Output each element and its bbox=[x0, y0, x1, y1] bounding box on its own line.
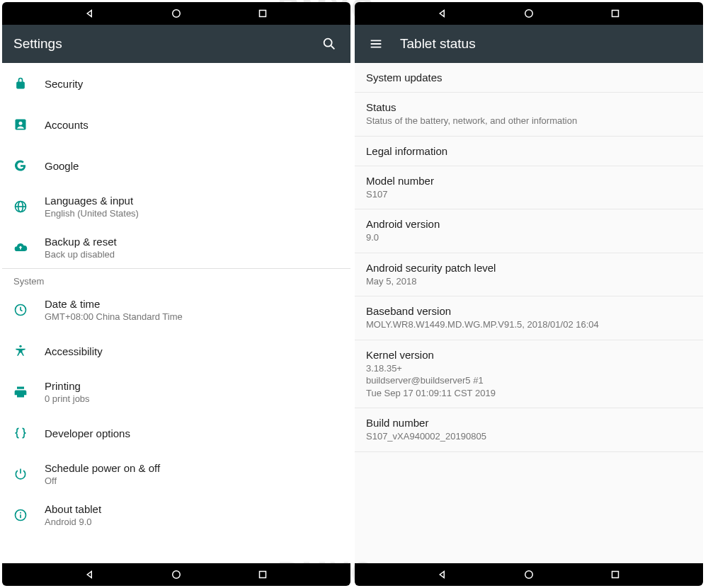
clock-icon bbox=[13, 303, 45, 317]
row-primary: Schedule power on & off bbox=[45, 462, 339, 474]
info-secondary: 9.0 bbox=[366, 231, 692, 244]
settings-row-languages-input[interactable]: Languages & inputEnglish (United States) bbox=[2, 186, 350, 227]
svg-point-21 bbox=[525, 571, 533, 579]
braces-icon bbox=[13, 426, 45, 440]
svg-rect-17 bbox=[612, 11, 619, 17]
status-list: System updatesStatusStatus of the batter… bbox=[355, 63, 703, 563]
section-header-system: System bbox=[2, 268, 350, 289]
android-statusbar-top bbox=[355, 2, 703, 25]
globe-icon bbox=[13, 200, 45, 214]
recents-nav-icon[interactable] bbox=[255, 6, 270, 21]
svg-rect-15 bbox=[260, 572, 266, 578]
home-nav-icon[interactable] bbox=[169, 567, 184, 582]
svg-point-16 bbox=[525, 10, 533, 18]
row-primary: Backup & reset bbox=[45, 236, 339, 248]
svg-rect-22 bbox=[612, 572, 619, 578]
accessibility-icon bbox=[13, 344, 45, 358]
svg-point-2 bbox=[324, 39, 332, 47]
tablet-status-screen: Tablet status System updatesStatusStatus… bbox=[355, 2, 703, 586]
info-row-status[interactable]: StatusStatus of the battery, network, an… bbox=[355, 93, 703, 137]
google-icon bbox=[13, 158, 45, 173]
row-primary: Google bbox=[45, 160, 339, 172]
svg-line-3 bbox=[331, 46, 335, 50]
tablet-status-appbar: Tablet status bbox=[355, 25, 703, 63]
info-row-model-number[interactable]: Model numberS107 bbox=[355, 166, 703, 210]
info-primary: Model number bbox=[366, 175, 692, 187]
home-nav-icon[interactable] bbox=[169, 6, 184, 21]
home-nav-icon[interactable] bbox=[521, 567, 537, 582]
row-primary: Accounts bbox=[45, 119, 339, 131]
svg-point-12 bbox=[20, 512, 21, 514]
row-secondary: Android 9.0 bbox=[45, 517, 339, 527]
row-primary: Developer options bbox=[45, 427, 339, 439]
print-icon bbox=[13, 385, 45, 399]
info-primary: System updates bbox=[366, 71, 692, 83]
settings-row-developer-options[interactable]: Developer options bbox=[2, 413, 350, 454]
row-primary: Accessibility bbox=[45, 345, 339, 357]
recents-nav-icon[interactable] bbox=[607, 567, 623, 582]
back-nav-icon[interactable] bbox=[435, 6, 450, 21]
cloud-up-icon bbox=[13, 241, 45, 255]
info-primary: Legal information bbox=[366, 145, 692, 157]
row-secondary: English (United States) bbox=[45, 208, 339, 219]
info-secondary: S107_vXA940002_20190805 bbox=[366, 430, 692, 443]
settings-row-about-tablet[interactable]: About tabletAndroid 9.0 bbox=[2, 495, 350, 536]
search-icon[interactable] bbox=[319, 34, 339, 54]
lock-icon bbox=[13, 76, 45, 91]
svg-point-10 bbox=[19, 345, 21, 347]
power-icon bbox=[13, 467, 45, 481]
row-secondary: Back up disabled bbox=[45, 249, 339, 260]
recents-nav-icon[interactable] bbox=[255, 567, 270, 582]
row-primary: Date & time bbox=[45, 298, 339, 310]
row-secondary: Off bbox=[45, 475, 339, 486]
settings-row-accessibility[interactable]: Accessibility bbox=[2, 330, 350, 371]
settings-row-printing[interactable]: Printing0 print jobs bbox=[2, 371, 350, 413]
row-secondary: GMT+08:00 China Standard Time bbox=[45, 311, 339, 322]
info-secondary: MOLY.WR8.W1449.MD.WG.MP.V91.5, 2018/01/0… bbox=[366, 318, 692, 331]
android-statusbar-top bbox=[2, 2, 350, 25]
info-row-kernel-version[interactable]: Kernel version3.18.35+ buildserver@build… bbox=[355, 340, 703, 409]
info-primary: Kernel version bbox=[366, 349, 692, 361]
back-nav-icon[interactable] bbox=[82, 567, 98, 582]
info-row-baseband-version[interactable]: Baseband versionMOLY.WR8.W1449.MD.WG.MP.… bbox=[355, 296, 703, 340]
settings-row-google[interactable]: Google bbox=[2, 145, 350, 186]
info-primary: Build number bbox=[366, 417, 692, 429]
info-icon bbox=[13, 508, 45, 522]
back-nav-icon[interactable] bbox=[82, 6, 98, 21]
info-row-legal-information[interactable]: Legal information bbox=[355, 137, 703, 166]
svg-point-0 bbox=[173, 10, 181, 18]
hamburger-menu-icon[interactable] bbox=[366, 34, 386, 54]
settings-appbar: Settings bbox=[2, 25, 350, 63]
info-row-build-number[interactable]: Build numberS107_vXA940002_20190805 bbox=[355, 408, 703, 452]
svg-rect-1 bbox=[260, 11, 266, 17]
back-nav-icon[interactable] bbox=[435, 567, 450, 582]
info-row-android-security-patch-level[interactable]: Android security patch levelMay 5, 2018 bbox=[355, 253, 703, 297]
recents-nav-icon[interactable] bbox=[607, 6, 623, 21]
row-primary: About tablet bbox=[45, 503, 339, 515]
row-primary: Printing bbox=[45, 380, 339, 392]
row-secondary: 0 print jobs bbox=[45, 393, 339, 404]
settings-row-security[interactable]: Security bbox=[2, 63, 350, 104]
info-primary: Status bbox=[366, 101, 692, 113]
android-navbar-bottom bbox=[355, 563, 703, 586]
info-row-android-version[interactable]: Android version9.0 bbox=[355, 209, 703, 253]
settings-row-accounts[interactable]: Accounts bbox=[2, 104, 350, 145]
info-secondary: S107 bbox=[366, 188, 692, 201]
account-icon bbox=[13, 117, 45, 132]
settings-list: SecurityAccountsGoogleLanguages & inputE… bbox=[2, 63, 350, 563]
info-secondary: May 5, 2018 bbox=[366, 275, 692, 288]
svg-point-5 bbox=[19, 122, 23, 125]
appbar-title: Tablet status bbox=[400, 36, 692, 52]
settings-screen: Settings SecurityAccountsGoogleLanguages… bbox=[2, 2, 350, 586]
settings-row-schedule-power-on-off[interactable]: Schedule power on & offOff bbox=[2, 454, 350, 495]
info-secondary: 3.18.35+ buildserver@buildserver5 #1 Tue… bbox=[366, 362, 692, 400]
settings-row-date-time[interactable]: Date & timeGMT+08:00 China Standard Time bbox=[2, 289, 350, 330]
settings-row-backup-reset[interactable]: Backup & resetBack up disabled bbox=[2, 227, 350, 268]
appbar-title: Settings bbox=[13, 36, 319, 52]
info-row-system-updates[interactable]: System updates bbox=[355, 63, 703, 93]
row-primary: Security bbox=[45, 78, 339, 90]
svg-rect-13 bbox=[20, 514, 21, 518]
android-navbar-bottom bbox=[2, 563, 350, 586]
home-nav-icon[interactable] bbox=[521, 6, 537, 21]
info-primary: Android version bbox=[366, 218, 692, 230]
